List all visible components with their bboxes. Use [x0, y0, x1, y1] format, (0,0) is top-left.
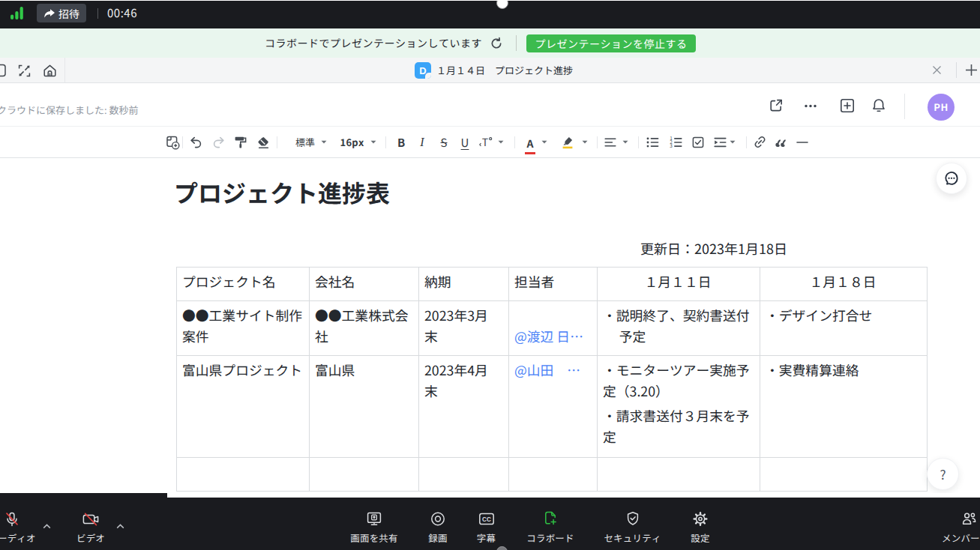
tab-close-icon[interactable]	[932, 65, 942, 75]
insert-block-icon[interactable]	[162, 127, 183, 157]
font-size-dropdown[interactable]: 16px	[337, 127, 379, 157]
toolbar-separator	[746, 136, 747, 148]
tabbar-separator	[64, 58, 65, 82]
members-button[interactable]: メンバー	[928, 495, 980, 550]
toolbar-separator	[277, 136, 277, 148]
cell-paragraph: ●●工業サイト制作案件	[182, 305, 302, 346]
highlight-caret[interactable]	[574, 127, 595, 157]
eraser-icon[interactable]	[253, 127, 274, 157]
checkbox-list-icon[interactable]	[688, 127, 709, 157]
stop-presentation-button[interactable]: プレゼンテーションを停止する	[526, 34, 696, 52]
table-cell[interactable]	[598, 458, 760, 492]
new-tab-icon[interactable]	[965, 64, 978, 76]
video-off-icon	[82, 511, 100, 528]
more-text-style-icon[interactable]: T	[475, 127, 496, 157]
table-body: プロジェクト名会社名納期担当者１月１１日１月１８日●●工業サイト制作案件●●工業…	[177, 268, 928, 492]
redo-icon[interactable]	[208, 127, 229, 157]
assignee-mention-cell[interactable]: @山田 …	[509, 356, 598, 458]
table-cell[interactable]: ・デザイン打合せ	[760, 301, 928, 356]
captions-icon: CC	[478, 511, 495, 527]
cell-paragraph: ・請求書送付３月末を予定	[603, 405, 753, 447]
security-label: セキュリティ	[604, 531, 661, 545]
quote-icon[interactable]	[771, 127, 792, 157]
indent-caret[interactable]	[722, 127, 743, 157]
strikethrough-button[interactable]: S	[433, 127, 454, 157]
italic-button[interactable]: I	[412, 127, 433, 157]
table-header-cell[interactable]: 担当者	[509, 268, 598, 301]
table-cell[interactable]: ・実費精算連絡	[760, 356, 928, 458]
video-button[interactable]: ビデオ	[49, 495, 132, 550]
progress-table[interactable]: プロジェクト名会社名納期担当者１月１１日１月１８日●●工業サイト制作案件●●工業…	[176, 267, 928, 492]
video-label: ビデオ	[76, 531, 105, 545]
table-cell[interactable]: ・モニターツアー実施予定（3.20）・請求書送付３月末を予定	[598, 356, 760, 458]
assignee-mention-cell[interactable]: @渡辺 日…	[509, 301, 598, 356]
microphone-muted-icon	[4, 511, 20, 528]
settings-button[interactable]: 設定	[659, 495, 742, 550]
divider-icon[interactable]	[792, 127, 813, 157]
table-cell[interactable]	[310, 458, 419, 492]
invite-button[interactable]: 招待	[37, 4, 86, 22]
numbered-list-icon[interactable]: 123	[665, 127, 686, 157]
help-button[interactable]: ?	[927, 458, 959, 490]
share-region-top-edge	[0, 0, 980, 1]
captions-label: 字幕	[477, 531, 496, 545]
table-header-cell[interactable]: 納期	[419, 268, 509, 301]
toolbar-separator	[597, 136, 598, 148]
undo-icon[interactable]	[185, 127, 206, 157]
table-cell[interactable]	[760, 458, 928, 492]
cell-paragraph: ・モニターツアー実施予定（3.20）	[603, 360, 753, 401]
align-caret[interactable]	[615, 127, 636, 157]
more-icon[interactable]	[802, 97, 819, 114]
table-cell[interactable]	[177, 458, 310, 492]
cell-paragraph	[603, 462, 753, 483]
editor-toolbar: 標準16pxBISU T A 123	[0, 126, 980, 158]
cell-paragraph: @渡辺 日…	[514, 305, 590, 346]
table-header-cell[interactable]: 会社名	[310, 268, 419, 301]
table-cell[interactable]: 2023年3月末	[419, 301, 509, 356]
table-header-cell[interactable]: １月１１日	[598, 268, 760, 301]
table-cell[interactable]	[509, 458, 598, 492]
bullet-list-icon[interactable]	[642, 127, 663, 157]
paragraph-style-dropdown[interactable]: 標準	[288, 127, 334, 157]
bold-button[interactable]: B	[391, 127, 412, 157]
audio-button[interactable]: オーディオ	[0, 495, 53, 550]
table-header-cell[interactable]: １月１８日	[760, 268, 928, 301]
doc-tab-title[interactable]: １月１４日 プロジェクト進捗	[436, 58, 573, 82]
table-cell[interactable]	[419, 458, 509, 492]
share-region-top-handle[interactable]	[496, 0, 508, 9]
svg-text:CC: CC	[482, 514, 491, 523]
share-icon[interactable]	[768, 97, 784, 114]
table-row	[177, 458, 928, 492]
table-cell[interactable]: 富山県プロジェクト	[177, 356, 310, 458]
avatar[interactable]: PH	[928, 94, 955, 121]
table-cell[interactable]: ●●工業サイト制作案件	[177, 301, 310, 356]
table-cell[interactable]: ●●工業株式会社	[310, 301, 419, 356]
refresh-icon[interactable]	[490, 37, 503, 50]
format-painter-icon[interactable]	[230, 127, 251, 157]
more-text-style-caret[interactable]	[496, 127, 506, 157]
document-title[interactable]: プロジェクト進捗表	[174, 180, 390, 204]
collab-button[interactable]: コラボード	[509, 495, 592, 550]
updated-date-line[interactable]: 更新日：2023年1月18日	[640, 238, 787, 258]
cell-paragraph	[766, 462, 920, 483]
home-icon[interactable]	[43, 64, 57, 78]
expand-icon[interactable]	[18, 64, 31, 77]
cell-paragraph: ●●工業株式会社	[315, 305, 412, 346]
video-options-chevron[interactable]	[116, 524, 124, 529]
doc-tabbar: D １月１４日 プロジェクト進捗	[0, 58, 980, 83]
notification-bell-icon[interactable]	[871, 97, 887, 114]
table-cell[interactable]: 2023年4月末	[419, 356, 509, 458]
comment-button[interactable]	[936, 163, 967, 194]
strikethrough-label: S	[441, 136, 448, 148]
audio-label: オーディオ	[0, 531, 36, 545]
sidebar-toggle-icon[interactable]	[0, 64, 6, 77]
presentation-banner: コラボードでプレゼンテーションしています プレゼンテーションを停止する	[0, 28, 980, 58]
font-color-caret[interactable]	[534, 127, 555, 157]
add-icon[interactable]	[839, 97, 856, 114]
table-cell[interactable]: ・説明終了、契約書送付 予定	[598, 301, 760, 356]
table-cell[interactable]: 富山県	[310, 356, 419, 458]
underline-button[interactable]: U	[454, 127, 475, 157]
link-icon[interactable]	[749, 127, 770, 157]
document-canvas[interactable]: プロジェクト進捗表 更新日：2023年1月18日 プロジェクト名会社名納期担当者…	[0, 158, 980, 498]
table-header-cell[interactable]: プロジェクト名	[177, 268, 310, 301]
